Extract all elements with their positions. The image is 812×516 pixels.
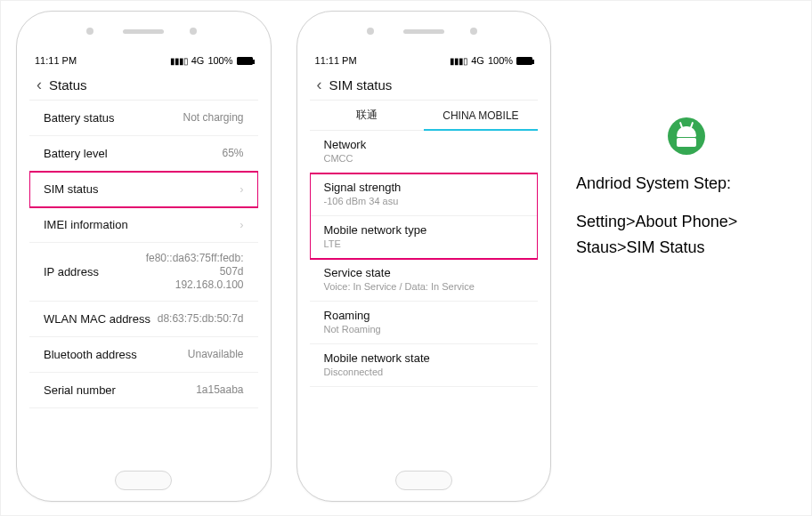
sim-tabs: 联通CHINA MOBILE bbox=[310, 101, 539, 131]
row-label: Mobile network type bbox=[324, 223, 524, 237]
row-label: IP address bbox=[44, 265, 99, 278]
back-icon[interactable]: ‹ bbox=[37, 76, 49, 94]
sim-tab[interactable]: 联通 bbox=[310, 101, 424, 130]
row-value: Unavailable bbox=[188, 348, 244, 361]
row-label: Mobile network state bbox=[324, 351, 524, 365]
instruction-line-2: Staus>SIM Status bbox=[576, 235, 796, 261]
row-label: Signal strength bbox=[324, 181, 524, 194]
sim-info-row: Mobile network stateDisconnected bbox=[310, 344, 539, 387]
sim-info-row: Mobile network typeLTE bbox=[310, 216, 539, 259]
row-label: Bluetooth address bbox=[44, 348, 137, 361]
sim-info-row: NetworkCMCC bbox=[310, 131, 539, 173]
phone-sim-status-screen: 11:11 PM ▮▮▮▯ 4G 100% ‹ SIM status 联通CHI… bbox=[296, 11, 552, 502]
signal-icon: ▮▮▮▯ bbox=[170, 56, 188, 66]
row-value: 65% bbox=[222, 147, 243, 160]
battery-icon bbox=[516, 57, 532, 65]
row-sub: Voice: In Service / Data: In Service bbox=[324, 281, 524, 292]
row-sub: Disconnected bbox=[324, 367, 524, 377]
home-button[interactable] bbox=[115, 471, 172, 490]
back-icon[interactable]: ‹ bbox=[317, 76, 329, 94]
sim-tab[interactable]: CHINA MOBILE bbox=[424, 101, 538, 130]
instruction-panel: Andriod System Step: Setting>About Phone… bbox=[576, 11, 796, 260]
chevron-right-icon: › bbox=[240, 182, 243, 196]
row-sub: CMCC bbox=[324, 153, 524, 164]
row-sub: Not Roaming bbox=[324, 324, 524, 335]
battery-icon bbox=[237, 57, 253, 65]
status-row: Battery level65% bbox=[29, 136, 258, 172]
phone-status-screen: 11:11 PM ▮▮▮▯ 4G 100% ‹ Status Battery s… bbox=[16, 11, 272, 502]
status-bar: 11:11 PM ▮▮▮▯ 4G 100% bbox=[310, 51, 539, 70]
network-label: 4G bbox=[471, 55, 484, 66]
network-label: 4G bbox=[191, 55, 205, 66]
sim-info-row: Signal strength-106 dBm 34 asu bbox=[310, 173, 539, 216]
sim-status-row[interactable]: SIM status› bbox=[29, 172, 258, 207]
page-title: Status bbox=[49, 77, 87, 93]
sim-status-list: NetworkCMCCSignal strength-106 dBm 34 as… bbox=[310, 131, 539, 387]
row-label: SIM status bbox=[44, 182, 98, 196]
row-label: Battery status bbox=[44, 111, 114, 125]
clock: 11:11 PM bbox=[35, 55, 77, 66]
status-row: Battery statusNot charging bbox=[29, 101, 258, 136]
row-label: IMEI information bbox=[44, 218, 128, 231]
battery-pct: 100% bbox=[488, 55, 513, 66]
status-row: WLAN MAC addressd8:63:75:db:50:7d bbox=[29, 302, 258, 337]
row-label: Battery level bbox=[44, 147, 108, 160]
row-label: Roaming bbox=[324, 309, 524, 322]
status-row: Serial number1a15aaba bbox=[29, 373, 258, 408]
row-sub: -106 dBm 34 asu bbox=[324, 196, 524, 206]
instruction-line-1: Setting>About Phone> bbox=[576, 209, 796, 235]
clock: 11:11 PM bbox=[315, 55, 357, 66]
row-label: Service state bbox=[324, 266, 524, 279]
home-button[interactable] bbox=[395, 471, 452, 490]
status-bar: 11:11 PM ▮▮▮▯ 4G 100% bbox=[29, 51, 258, 70]
status-row: Bluetooth addressUnavailable bbox=[29, 337, 258, 373]
row-sub: LTE bbox=[324, 238, 524, 249]
highlighted-sim-rows: Signal strength-106 dBm 34 asuMobile net… bbox=[310, 173, 539, 259]
battery-pct: 100% bbox=[207, 55, 232, 66]
status-row: IP addressfe80::da63:75ff:fedb: 507d 192… bbox=[29, 243, 258, 302]
page-header: ‹ Status bbox=[29, 70, 258, 101]
row-label: Serial number bbox=[44, 383, 116, 397]
chevron-right-icon: › bbox=[240, 218, 243, 231]
instruction-heading: Andriod System Step: bbox=[576, 171, 796, 197]
row-label: Network bbox=[324, 138, 524, 151]
page-title: SIM status bbox=[329, 77, 393, 93]
signal-icon: ▮▮▮▯ bbox=[450, 56, 467, 66]
sim-info-row: Service stateVoice: In Service / Data: I… bbox=[310, 259, 539, 302]
page-header: ‹ SIM status bbox=[310, 70, 539, 101]
android-icon bbox=[668, 117, 705, 155]
status-row[interactable]: IMEI information› bbox=[29, 207, 258, 243]
row-value: fe80::da63:75ff:fedb: 507d 192.168.0.100 bbox=[146, 252, 244, 292]
sim-info-row: RoamingNot Roaming bbox=[310, 302, 539, 344]
status-list: Battery statusNot chargingBattery level6… bbox=[29, 101, 258, 408]
row-value: d8:63:75:db:50:7d bbox=[158, 312, 244, 326]
row-value: Not charging bbox=[183, 111, 243, 125]
row-label: WLAN MAC address bbox=[44, 312, 150, 326]
row-value: 1a15aaba bbox=[196, 383, 243, 397]
